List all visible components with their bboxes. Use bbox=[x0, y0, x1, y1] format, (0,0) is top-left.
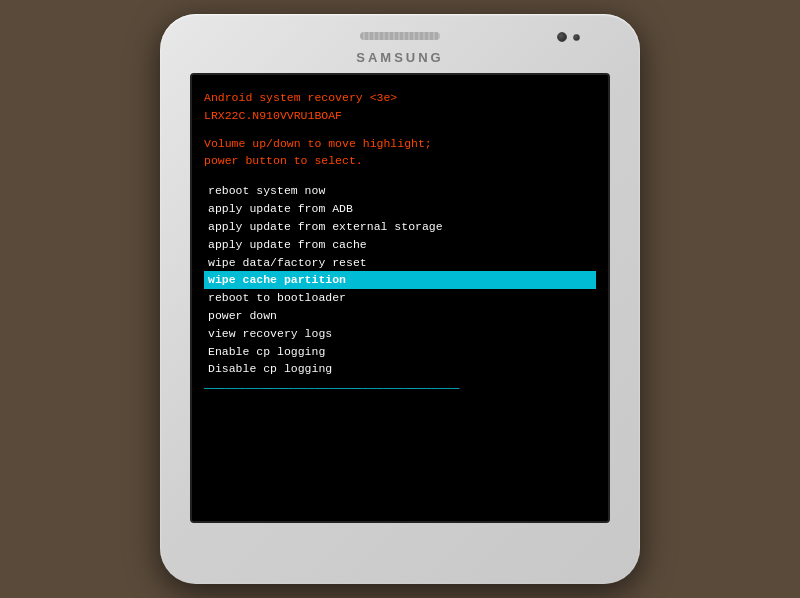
screen-bezel: Android system recovery <3e> LRX22C.N910… bbox=[190, 73, 610, 523]
header-line-2: LRX22C.N910VVRU1BOAF bbox=[204, 107, 596, 125]
recovery-screen: Android system recovery <3e> LRX22C.N910… bbox=[192, 75, 608, 521]
menu-item-7[interactable]: power down bbox=[204, 307, 596, 325]
phone-top-bar bbox=[160, 32, 640, 40]
camera-area bbox=[557, 32, 580, 42]
menu-item-8[interactable]: view recovery logs bbox=[204, 325, 596, 343]
speaker-grille bbox=[360, 32, 440, 40]
menu-item-3[interactable]: apply update from cache bbox=[204, 236, 596, 254]
menu-item-9[interactable]: Enable cp logging bbox=[204, 343, 596, 361]
brand-logo: SAMSUNG bbox=[356, 50, 443, 65]
menu-item-0[interactable]: reboot system now bbox=[204, 182, 596, 200]
menu-item-10[interactable]: Disable cp logging bbox=[204, 360, 596, 378]
menu-item-5[interactable]: wipe cache partition bbox=[204, 271, 596, 289]
sensor-dot bbox=[573, 34, 580, 41]
header-line-1: Android system recovery <3e> bbox=[204, 89, 596, 107]
phone-device: SAMSUNG Android system recovery <3e> LRX… bbox=[160, 14, 640, 584]
instruction-line-2: power button to select. bbox=[204, 152, 596, 170]
recovery-menu: reboot system nowapply update from ADBap… bbox=[204, 182, 596, 398]
camera-lens bbox=[557, 32, 567, 42]
menu-item-1[interactable]: apply update from ADB bbox=[204, 200, 596, 218]
instruction-line-1: Volume up/down to move highlight; bbox=[204, 135, 596, 153]
menu-item-4[interactable]: wipe data/factory reset bbox=[204, 254, 596, 272]
menu-divider: ───────────────────────────────────── bbox=[204, 380, 596, 398]
menu-item-6[interactable]: reboot to bootloader bbox=[204, 289, 596, 307]
menu-item-2[interactable]: apply update from external storage bbox=[204, 218, 596, 236]
instructions-block: Volume up/down to move highlight; power … bbox=[204, 135, 596, 171]
